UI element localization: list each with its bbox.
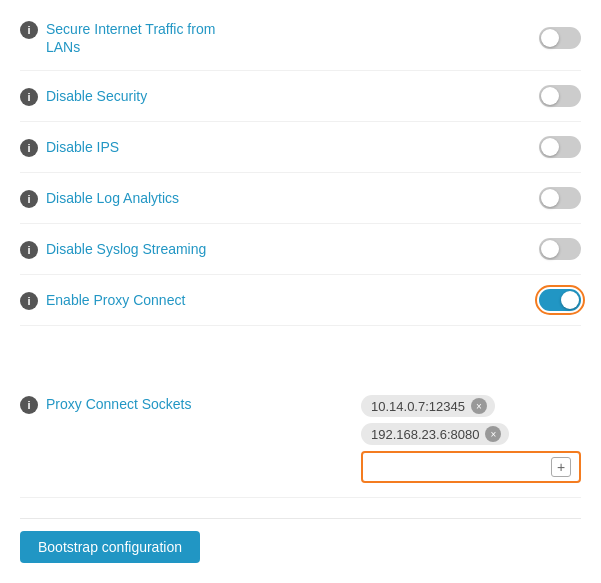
info-icon-disable-log-analytics[interactable]: i [20,190,38,208]
label-enable-proxy-connect: Enable Proxy Connect [46,291,185,309]
setting-row-disable-syslog-streaming: iDisable Syslog Streaming [20,224,581,275]
label-group-disable-syslog-streaming: iDisable Syslog Streaming [20,240,206,259]
proxy-sockets-label: Proxy Connect Sockets [46,395,192,413]
setting-row-disable-log-analytics: iDisable Log Analytics [20,173,581,224]
toggle-enable-proxy-connect[interactable] [539,289,581,311]
socket-input-row: + [361,451,581,483]
proxy-sockets-label-group: i Proxy Connect Sockets [20,395,192,414]
info-icon-enable-proxy-connect[interactable]: i [20,292,38,310]
label-disable-syslog-streaming: Disable Syslog Streaming [46,240,206,258]
footer: Bootstrap configuration [20,518,581,563]
toggle-disable-ips[interactable] [539,136,581,158]
label-secure-internet-traffic: Secure Internet Traffic from LANs [46,20,250,56]
info-icon-disable-syslog-streaming[interactable]: i [20,241,38,259]
toggle-secure-internet-traffic[interactable] [539,27,581,49]
socket-input[interactable] [371,460,551,475]
label-disable-log-analytics: Disable Log Analytics [46,189,179,207]
socket-value-0: 10.14.0.7:12345 [371,399,465,414]
proxy-sockets-info-icon[interactable]: i [20,396,38,414]
proxy-sockets-right: 10.14.0.7:12345×192.168.23.6:8080×+ [361,395,581,483]
setting-row-enable-proxy-connect: iEnable Proxy Connect [20,275,581,326]
socket-tag-0: 10.14.0.7:12345× [361,395,495,417]
label-disable-security: Disable Security [46,87,147,105]
toggle-disable-security[interactable] [539,85,581,107]
socket-value-1: 192.168.23.6:8080 [371,427,479,442]
setting-row-disable-security: iDisable Security [20,71,581,122]
info-icon-secure-internet-traffic[interactable]: i [20,21,38,39]
toggle-disable-syslog-streaming[interactable] [539,238,581,260]
socket-tag-1: 192.168.23.6:8080× [361,423,509,445]
label-group-disable-log-analytics: iDisable Log Analytics [20,189,179,208]
socket-remove-1[interactable]: × [485,426,501,442]
label-group-secure-internet-traffic: iSecure Internet Traffic from LANs [20,20,250,56]
setting-row-secure-internet-traffic: iSecure Internet Traffic from LANs [20,16,581,71]
info-icon-disable-ips[interactable]: i [20,139,38,157]
setting-row-disable-ips: iDisable IPS [20,122,581,173]
label-group-disable-ips: iDisable IPS [20,138,119,157]
bootstrap-button[interactable]: Bootstrap configuration [20,531,200,563]
label-disable-ips: Disable IPS [46,138,119,156]
socket-remove-0[interactable]: × [471,398,487,414]
label-group-enable-proxy-connect: iEnable Proxy Connect [20,291,185,310]
toggle-disable-log-analytics[interactable] [539,187,581,209]
info-icon-disable-security[interactable]: i [20,88,38,106]
settings-list: iSecure Internet Traffic from LANsiDisab… [20,16,581,381]
socket-add-icon[interactable]: + [551,457,571,477]
label-group-disable-security: iDisable Security [20,87,147,106]
proxy-sockets-row: i Proxy Connect Sockets 10.14.0.7:12345×… [20,381,581,498]
